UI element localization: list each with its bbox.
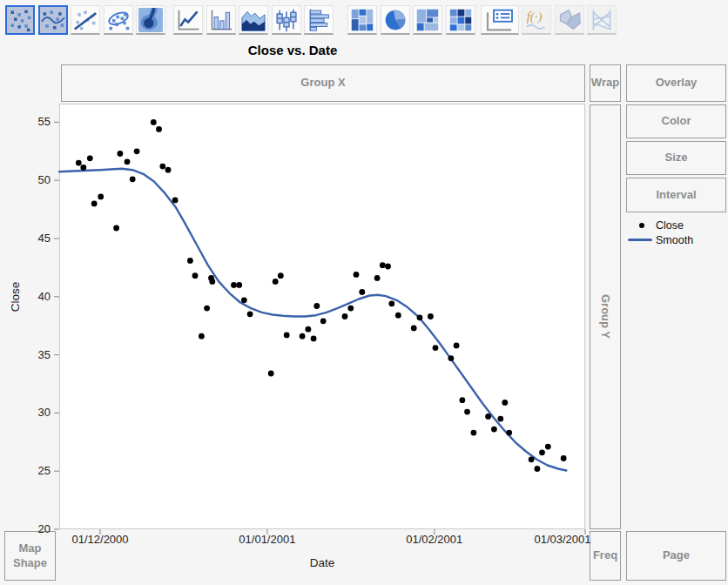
data-point[interactable] (125, 158, 131, 165)
data-point[interactable] (306, 326, 312, 333)
data-point[interactable] (284, 333, 290, 339)
plot-area[interactable] (59, 104, 585, 529)
data-point[interactable] (411, 326, 417, 332)
heatmap-tool-button[interactable] (446, 5, 475, 35)
data-point[interactable] (417, 314, 423, 320)
data-point[interactable] (545, 444, 551, 450)
data-point[interactable] (156, 126, 162, 132)
treemap-tool-button[interactable] (413, 5, 442, 35)
data-point[interactable] (118, 151, 124, 157)
drop-zone-overlay[interactable]: Overlay (626, 64, 726, 102)
data-point[interactable] (187, 258, 193, 264)
y-tick-label: 55 (2, 115, 51, 128)
data-point[interactable] (460, 397, 466, 403)
ellipse-tool-button[interactable] (104, 5, 133, 35)
drop-zone-wrap[interactable]: Wrap (590, 64, 621, 102)
data-point[interactable] (247, 311, 253, 317)
data-point[interactable] (192, 272, 199, 279)
data-point[interactable] (428, 313, 434, 319)
data-point[interactable] (268, 371, 274, 377)
data-point[interactable] (236, 282, 242, 288)
data-point[interactable] (395, 313, 401, 319)
contour-tool-button[interactable] (136, 5, 165, 35)
data-point[interactable] (464, 409, 470, 415)
data-point[interactable] (172, 198, 179, 204)
data-point[interactable] (159, 164, 165, 170)
data-point[interactable] (506, 430, 512, 436)
data-point[interactable] (539, 449, 545, 455)
box-plot-tool-button[interactable] (272, 5, 301, 35)
data-point[interactable] (130, 176, 136, 182)
data-point[interactable] (354, 272, 360, 278)
drop-zone-freq[interactable]: Freq (590, 531, 621, 581)
drop-zone-group-x[interactable]: Group X (61, 64, 585, 102)
data-point[interactable] (273, 279, 279, 285)
line-of-fit-tool-button[interactable] (71, 5, 100, 35)
data-point[interactable] (98, 194, 104, 200)
pie-chart-tool-button[interactable] (381, 5, 410, 35)
data-point[interactable] (471, 430, 477, 436)
bar-chart-icon (209, 8, 233, 32)
data-point[interactable] (359, 289, 365, 295)
data-point[interactable] (76, 160, 82, 166)
data-point[interactable] (320, 318, 327, 324)
mosaic-tool-button[interactable] (347, 5, 377, 35)
histogram-tool-button[interactable] (304, 5, 334, 35)
data-point[interactable] (204, 306, 210, 312)
data-point[interactable] (80, 165, 86, 171)
data-point[interactable] (311, 336, 317, 342)
smoother-tool-button[interactable] (38, 5, 68, 35)
data-point[interactable] (454, 343, 460, 349)
drop-zone-interval[interactable]: Interval (626, 178, 726, 212)
data-point[interactable] (278, 272, 284, 279)
contour-icon (138, 8, 163, 32)
bar-chart-tool-button[interactable] (206, 5, 236, 35)
scatter-plot-canvas[interactable] (59, 104, 585, 529)
caption-box-tool-button[interactable] (481, 5, 519, 35)
data-point[interactable] (380, 262, 386, 268)
points-tool-button[interactable] (5, 5, 35, 35)
treemap-icon (415, 8, 440, 32)
drop-zone-group-y[interactable]: Group Y (590, 104, 621, 529)
formula-icon: f(·) (524, 8, 549, 32)
data-point[interactable] (113, 225, 119, 232)
data-point[interactable] (91, 201, 98, 207)
data-point[interactable] (529, 456, 535, 462)
pie-chart-icon (383, 8, 408, 32)
legend-label: Smooth (656, 234, 693, 246)
smoother-icon (41, 8, 65, 32)
data-point[interactable] (300, 333, 306, 340)
line-chart-tool-button[interactable] (173, 5, 203, 35)
data-point[interactable] (388, 300, 394, 306)
drop-zone-page[interactable]: Page (626, 531, 726, 581)
data-point[interactable] (165, 167, 172, 173)
area-chart-tool-button[interactable] (239, 5, 268, 35)
data-point[interactable] (374, 275, 381, 281)
data-point[interactable] (87, 155, 93, 161)
data-point[interactable] (485, 414, 491, 420)
data-point[interactable] (497, 416, 503, 422)
x-tick-label: 01/01/2001 (227, 533, 307, 546)
data-point[interactable] (385, 264, 391, 270)
drop-zone-size[interactable]: Size (626, 141, 726, 175)
data-point[interactable] (209, 279, 215, 285)
data-point[interactable] (313, 303, 320, 309)
data-point[interactable] (347, 306, 354, 312)
data-point[interactable] (561, 455, 567, 461)
drop-zone-map-shape[interactable]: Map Shape (4, 531, 56, 581)
smooth-line-marker-icon (628, 239, 652, 241)
data-point[interactable] (491, 427, 497, 433)
data-point[interactable] (231, 282, 237, 288)
data-point[interactable] (134, 148, 140, 154)
data-point[interactable] (502, 400, 508, 406)
data-point[interactable] (199, 333, 205, 340)
data-point[interactable] (342, 313, 348, 319)
data-point[interactable] (241, 297, 247, 303)
y-tick-label: 35 (2, 348, 51, 361)
drop-zone-color[interactable]: Color (626, 104, 726, 138)
caption-box-icon (483, 8, 516, 32)
data-point[interactable] (151, 119, 157, 125)
data-point[interactable] (433, 345, 439, 351)
data-point[interactable] (448, 355, 455, 361)
data-point[interactable] (535, 466, 541, 472)
